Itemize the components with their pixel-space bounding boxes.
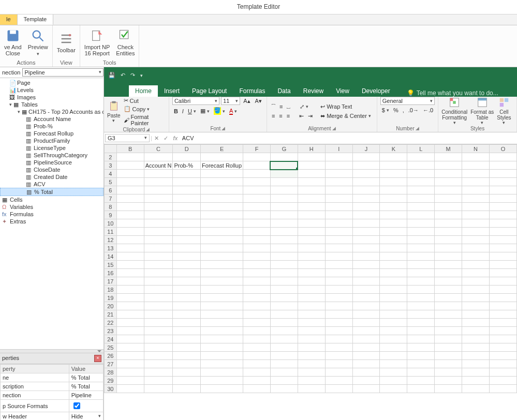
cell-F7[interactable] [243,194,271,203]
cell-M21[interactable] [435,310,462,319]
clipboard-launcher-icon[interactable]: ◢ [146,127,150,132]
row-header-24[interactable]: 24 [105,335,117,343]
cell-B24[interactable] [116,335,144,343]
cell-I30[interactable] [325,385,352,393]
cell-F19[interactable] [243,294,271,302]
tab-data[interactable]: Data [271,85,297,97]
cell-M11[interactable] [435,228,462,236]
cell-O15[interactable] [489,261,516,269]
cell-F29[interactable] [243,377,271,385]
cell-K27[interactable] [380,360,407,368]
cell-K2[interactable] [380,153,407,161]
tab-formulas[interactable]: Formulas [233,85,271,97]
cell-F16[interactable] [243,269,271,277]
cell-D15[interactable] [173,261,201,269]
cell-H23[interactable] [298,327,325,335]
cell-C26[interactable] [144,352,173,360]
row-header-30[interactable]: 30 [105,385,117,393]
cell-M10[interactable] [435,219,462,228]
cell-L16[interactable] [407,269,435,277]
row-header-3[interactable]: 3 [105,161,117,170]
col-header-G[interactable]: G [270,145,298,153]
cell-G14[interactable] [270,252,298,261]
cell-D28[interactable] [173,368,201,377]
cell-K12[interactable] [380,236,407,244]
cell-C11[interactable] [144,228,173,236]
cell-O6[interactable] [489,186,516,194]
cell-E20[interactable] [201,302,243,310]
cell-M16[interactable] [435,269,462,277]
cell-B5[interactable] [116,178,144,186]
cell-K28[interactable] [380,368,407,377]
cell-D5[interactable] [173,178,201,186]
cell-G23[interactable] [270,327,298,335]
cell-C22[interactable] [144,319,173,327]
merge-center-button[interactable]: ⬌Merge & Center▾ [319,112,373,120]
cell-I21[interactable] [325,310,352,319]
row-header-15[interactable]: 15 [105,261,117,269]
cell-M13[interactable] [435,244,462,252]
cell-M7[interactable] [435,194,462,203]
col-header-C[interactable]: C [144,145,173,153]
row-header-8[interactable]: 8 [105,203,117,211]
cell-N4[interactable] [462,170,490,178]
font-size-combo[interactable]: 11▾ [221,97,240,105]
cell-H25[interactable] [298,343,325,352]
align-middle-button[interactable]: ≡ [278,103,284,111]
cell-L4[interactable] [407,170,435,178]
row-header-20[interactable]: 20 [105,302,117,310]
cell-M9[interactable] [435,211,462,219]
cell-B19[interactable] [116,294,144,302]
cell-E14[interactable] [201,252,243,261]
cell-D29[interactable] [173,377,201,385]
cell-L8[interactable] [407,203,435,211]
col-header-L[interactable]: L [407,145,435,153]
cell-D22[interactable] [173,319,201,327]
cell-G22[interactable] [270,319,298,327]
cell-H22[interactable] [298,319,325,327]
cell-H15[interactable] [298,261,325,269]
cell-J28[interactable] [352,368,380,377]
props-row[interactable]: w HeaderHide ▾ [1,412,104,421]
row-header-26[interactable]: 26 [105,352,117,360]
cell-L29[interactable] [407,377,435,385]
orientation-button[interactable]: ⤢▾ [298,103,310,111]
pane-splitter[interactable] [0,349,104,353]
col-header-D[interactable]: D [173,145,201,153]
cell-L2[interactable] [407,153,435,161]
cell-K10[interactable] [380,219,407,228]
row-header-16[interactable]: 16 [105,269,117,277]
cell-J9[interactable] [352,211,380,219]
align-left-button[interactable]: ≡ [270,112,276,120]
cell-E19[interactable] [201,294,243,302]
tree-node-table[interactable]: ▾▦CH175 - Top 20 Accounts as of 05-19 [0,108,104,115]
row-header-28[interactable]: 28 [105,368,117,377]
cell-E8[interactable] [201,203,243,211]
cell-N18[interactable] [462,286,490,294]
cell-G16[interactable] [270,269,298,277]
cell-D8[interactable] [173,203,201,211]
decrease-indent-button[interactable]: ⇤ [298,112,305,120]
cell-I15[interactable] [325,261,352,269]
cell-O11[interactable] [489,228,516,236]
cell-H30[interactable] [298,385,325,393]
increase-decimal-button[interactable]: .0→ [407,107,420,114]
cell-D16[interactable] [173,269,201,277]
cell-B23[interactable] [116,327,144,335]
increase-indent-button[interactable]: ⇥ [306,112,314,120]
cell-G15[interactable] [270,261,298,269]
cell-D26[interactable] [173,352,201,360]
cell-D27[interactable] [173,360,201,368]
cell-G10[interactable] [270,219,298,228]
cell-J23[interactable] [352,327,380,335]
cell-C30[interactable] [144,385,173,393]
cell-G29[interactable] [270,377,298,385]
cancel-formula-icon[interactable]: ✕ [152,135,161,142]
cell-O27[interactable] [489,360,516,368]
cell-H9[interactable] [298,211,325,219]
row-header-4[interactable]: 4 [105,170,117,178]
cell-M28[interactable] [435,368,462,377]
cell-K6[interactable] [380,186,407,194]
cell-G4[interactable] [270,170,298,178]
cell-B12[interactable] [116,236,144,244]
